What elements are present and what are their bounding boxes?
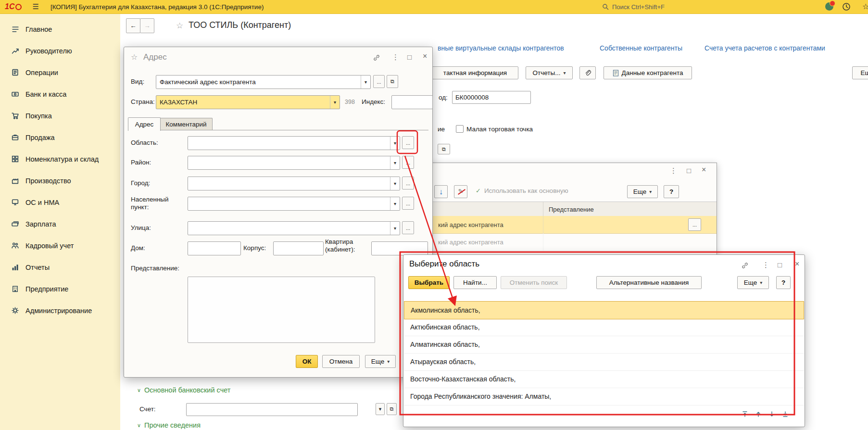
region-list-item[interactable]: Атырауская область, bbox=[404, 353, 804, 371]
contact-help-button[interactable]: ? bbox=[664, 185, 679, 198]
region-list-item-selected[interactable]: Акмолинская область, bbox=[404, 301, 804, 319]
ok-button[interactable]: ОК bbox=[296, 355, 318, 368]
sidebar-item-sales[interactable]: Продажа bbox=[0, 126, 120, 148]
nav-back-button[interactable]: ← bbox=[126, 18, 140, 33]
kind-more-button[interactable]: ... bbox=[373, 75, 385, 88]
maximize-icon[interactable]: □ bbox=[687, 167, 691, 174]
sidebar-item-bank-cash[interactable]: Банк и касса bbox=[0, 83, 120, 105]
chevron-down-icon[interactable]: ▾ bbox=[330, 96, 340, 109]
chevron-down-icon[interactable]: ▾ bbox=[390, 156, 400, 169]
row-more-button[interactable]: ... bbox=[688, 218, 701, 231]
copy-icon-button[interactable]: ⧉ bbox=[438, 144, 450, 154]
country-select[interactable]: КАЗАХСТАН ▾ bbox=[156, 95, 340, 109]
chevron-down-icon[interactable]: ▾ bbox=[390, 222, 400, 235]
presentation-textarea[interactable] bbox=[188, 277, 375, 343]
close-icon[interactable]: × bbox=[702, 166, 706, 174]
counterparty-data-button[interactable]: Данные контрагента bbox=[604, 66, 692, 79]
chevron-down-icon[interactable]: ▾ bbox=[361, 76, 370, 89]
favorites-icon[interactable]: ☆ bbox=[862, 2, 868, 11]
window-menu-icon[interactable]: ⋮ bbox=[392, 53, 399, 61]
window-menu-icon[interactable]: ⋮ bbox=[670, 167, 677, 174]
kind-open-button[interactable]: ⧉ bbox=[387, 75, 398, 88]
house-field[interactable] bbox=[188, 241, 241, 255]
street-more-button[interactable]: ... bbox=[402, 221, 414, 234]
go-to-last-icon[interactable] bbox=[780, 410, 791, 418]
nav-forward-button[interactable]: → bbox=[140, 18, 154, 33]
region-list-item[interactable]: Актюбинская область, bbox=[404, 318, 804, 336]
sidebar-item-administration[interactable]: Администрирование bbox=[0, 300, 120, 321]
notifications-icon[interactable] bbox=[825, 2, 833, 11]
sidebar-item-inventory[interactable]: Номенклатура и склад bbox=[0, 148, 120, 170]
alternative-names-button[interactable]: Альтернативные названия bbox=[596, 276, 702, 289]
region-help-button[interactable]: ? bbox=[776, 276, 791, 289]
sidebar-item-salary[interactable]: Зарплата bbox=[0, 213, 120, 235]
go-to-first-icon[interactable] bbox=[740, 410, 750, 418]
tab-comment[interactable]: Комментарий bbox=[160, 118, 213, 130]
code-field[interactable]: БК0000008 bbox=[452, 91, 531, 104]
sidebar-item-operations[interactable]: Операции bbox=[0, 62, 120, 83]
district-more-button[interactable]: ... bbox=[402, 156, 414, 169]
account-select[interactable] bbox=[186, 403, 358, 416]
favorite-star-icon[interactable]: ☆ bbox=[176, 22, 183, 30]
move-up-icon[interactable] bbox=[753, 410, 764, 418]
contact-info-button[interactable]: тактная информация bbox=[432, 66, 518, 79]
link-virtual-warehouses[interactable]: вные виртуальные склады контрагентов bbox=[438, 44, 564, 52]
region-more-button[interactable]: Еще ▾ bbox=[737, 276, 769, 289]
reports-button[interactable]: Отчеты... ▾ bbox=[526, 66, 573, 79]
street-select[interactable]: ▾ bbox=[188, 221, 400, 235]
main-menu-icon[interactable]: ☰ bbox=[32, 2, 38, 11]
global-search-input[interactable]: Поиск Ctrl+Shift+F bbox=[602, 0, 665, 13]
cancel-search-button[interactable]: Отменить поиск bbox=[501, 276, 567, 289]
maximize-icon[interactable]: □ bbox=[778, 261, 782, 268]
area-more-button[interactable]: ... bbox=[402, 136, 414, 149]
settlement-select[interactable]: ▾ bbox=[188, 197, 400, 211]
close-icon[interactable]: × bbox=[795, 260, 799, 268]
small-trade-point-label[interactable]: Малая торговая точка bbox=[466, 126, 533, 133]
region-list-item[interactable]: Восточно-Казахстанская область, bbox=[404, 370, 804, 388]
city-select[interactable]: ▾ bbox=[188, 177, 400, 190]
settlement-more-button[interactable]: ... bbox=[402, 197, 414, 210]
chevron-down-icon[interactable]: ▾ bbox=[390, 137, 400, 150]
apartment-field[interactable] bbox=[371, 241, 428, 255]
postal-index-field[interactable] bbox=[391, 95, 433, 109]
link-own-counterparties[interactable]: Собственные контрагенты bbox=[600, 44, 682, 52]
kind-select[interactable]: Фактический адрес контрагента ▾ bbox=[156, 75, 371, 89]
district-select[interactable]: ▾ bbox=[188, 156, 400, 170]
account-open-button[interactable]: ⧉ bbox=[387, 403, 397, 415]
use-as-primary-button[interactable]: ✓ Использовать как основную bbox=[476, 187, 568, 194]
tab-address[interactable]: Адрес bbox=[128, 117, 161, 131]
other-info-section-toggle[interactable]: ∨ Прочие сведения bbox=[137, 421, 201, 429]
chevron-down-icon[interactable]: ▾ bbox=[390, 177, 400, 190]
region-list-item[interactable]: Алматинская область, bbox=[404, 336, 804, 354]
get-link-icon[interactable] bbox=[742, 262, 748, 270]
close-icon[interactable]: × bbox=[423, 52, 427, 60]
sidebar-item-assets[interactable]: ОС и НМА bbox=[0, 191, 120, 213]
area-select[interactable]: ▾ bbox=[188, 136, 400, 150]
select-button[interactable]: Выбрать bbox=[408, 276, 450, 289]
chevron-down-icon[interactable]: ▾ bbox=[390, 197, 400, 210]
sidebar-item-reports[interactable]: Отчеты bbox=[0, 256, 120, 278]
sidebar-item-main[interactable]: Главное bbox=[0, 18, 120, 40]
sidebar-item-production[interactable]: Производство bbox=[0, 170, 120, 191]
building-field[interactable] bbox=[273, 241, 324, 255]
contact-more-button[interactable]: Еще ▾ bbox=[627, 185, 658, 198]
get-link-icon[interactable] bbox=[373, 54, 380, 62]
account-dropdown-button[interactable]: ▾ bbox=[376, 403, 385, 415]
bank-account-section-toggle[interactable]: ∨ Основной банковский счет bbox=[137, 386, 230, 394]
move-down-button[interactable]: ↓ bbox=[434, 185, 448, 198]
dialog-more-button[interactable]: Еще ▾ bbox=[365, 355, 396, 368]
move-down-icon[interactable] bbox=[767, 410, 777, 418]
attachments-button[interactable] bbox=[579, 66, 596, 79]
more-actions-button[interactable]: Ещ bbox=[852, 66, 868, 79]
city-more-button[interactable]: ... bbox=[402, 177, 414, 190]
window-menu-icon[interactable]: ⋮ bbox=[762, 261, 769, 268]
sidebar-item-hr[interactable]: Кадровый учет bbox=[0, 235, 120, 256]
sidebar-item-purchase[interactable]: Покупка bbox=[0, 105, 120, 126]
sidebar-item-enterprise[interactable]: Предприятие bbox=[0, 278, 120, 300]
maximize-icon[interactable]: □ bbox=[407, 53, 412, 61]
link-settlement-accounts[interactable]: Счета учета расчетов с контрагентами bbox=[704, 44, 825, 52]
region-list-item[interactable]: Города Республиканского значения: Алматы… bbox=[404, 388, 804, 405]
history-icon[interactable] bbox=[842, 2, 851, 12]
cancel-edit-button[interactable]: ✎ bbox=[454, 185, 467, 198]
sidebar-item-manager[interactable]: Руководителю bbox=[0, 40, 120, 62]
